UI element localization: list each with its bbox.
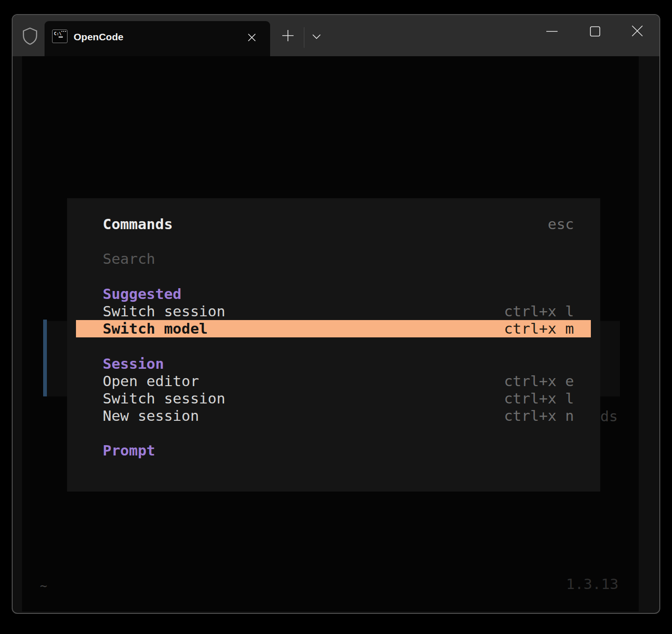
menu-item-open-editor[interactable]: Open editor ctrl+x e — [67, 373, 600, 390]
esc-hint: esc — [548, 216, 574, 233]
terminal-window: C:\ OpenCode ds — [12, 14, 660, 614]
section-heading-prompt: Prompt — [67, 442, 600, 459]
spacer — [67, 337, 600, 355]
palette-title: Commands — [103, 216, 173, 233]
command-palette: Commands esc Search Suggested Switch ses… — [67, 198, 600, 492]
terminal-icon: C:\ — [52, 30, 68, 43]
titlebar[interactable]: C:\ OpenCode — [13, 15, 659, 56]
terminal-content: ds Commands esc Search Suggested Switch … — [22, 56, 639, 612]
tab-opencode[interactable]: C:\ OpenCode — [45, 21, 270, 56]
spacer — [67, 233, 600, 250]
shortcut-hint: ctrl+x m — [504, 320, 574, 337]
maximize-button[interactable] — [586, 24, 604, 38]
shortcut-hint: ctrl+x l — [504, 390, 574, 407]
menu-item-new-session[interactable]: New session ctrl+x n — [67, 407, 600, 425]
terminal-icon-text: C:\ — [54, 32, 61, 36]
palette-header: Commands esc — [67, 216, 600, 233]
tab-close-icon[interactable] — [248, 33, 256, 42]
spacer — [67, 425, 600, 442]
spacer — [67, 268, 600, 285]
status-cwd: ~ — [40, 577, 47, 595]
new-tab-button[interactable] — [282, 30, 294, 42]
status-version: 1.3.13 — [566, 575, 619, 593]
close-button[interactable] — [628, 23, 647, 38]
search-input[interactable]: Search — [67, 250, 600, 268]
menu-item-switch-session[interactable]: Switch session ctrl+x l — [67, 303, 600, 320]
terminal-icon-dots — [61, 31, 66, 32]
search-placeholder: Search — [103, 250, 155, 268]
tab-title: OpenCode — [74, 31, 123, 43]
tab-divider — [304, 27, 304, 48]
background-hint-fragment: ds — [600, 408, 618, 425]
shortcut-hint: ctrl+x n — [504, 407, 574, 425]
tab-dropdown-button[interactable] — [312, 34, 321, 39]
minimize-button[interactable] — [543, 24, 561, 38]
section-heading-suggested: Suggested — [67, 285, 600, 303]
prompt-accent-bar — [43, 320, 47, 396]
shortcut-hint: ctrl+x l — [504, 303, 574, 320]
section-heading-session: Session — [67, 355, 600, 373]
menu-item-switch-model[interactable]: Switch model ctrl+x m — [76, 320, 591, 337]
shortcut-hint: ctrl+x e — [504, 373, 574, 390]
terminal-icon-caret — [59, 37, 63, 37]
admin-shield-icon — [22, 27, 38, 45]
menu-item-switch-session-2[interactable]: Switch session ctrl+x l — [67, 390, 600, 407]
